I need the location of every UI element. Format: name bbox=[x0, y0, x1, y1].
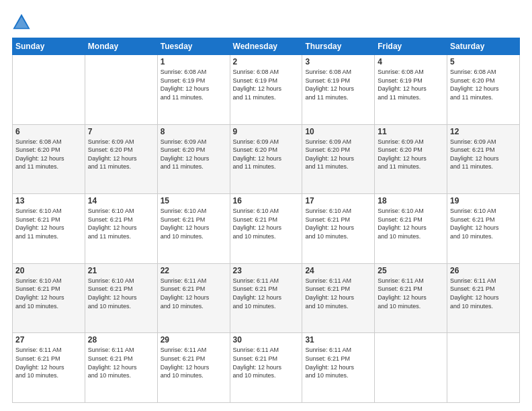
calendar-cell: 19Sunrise: 6:10 AM Sunset: 6:21 PM Dayli… bbox=[447, 194, 520, 264]
calendar-cell: 13Sunrise: 6:10 AM Sunset: 6:21 PM Dayli… bbox=[13, 194, 85, 264]
day-number: 16 bbox=[233, 196, 300, 205]
calendar-cell: 27Sunrise: 6:11 AM Sunset: 6:21 PM Dayli… bbox=[13, 333, 85, 403]
day-number: 14 bbox=[88, 196, 154, 205]
calendar-cell: 12Sunrise: 6:09 AM Sunset: 6:21 PM Dayli… bbox=[447, 124, 520, 194]
day-number: 24 bbox=[305, 266, 371, 275]
calendar-cell: 20Sunrise: 6:10 AM Sunset: 6:21 PM Dayli… bbox=[13, 263, 85, 333]
calendar-cell bbox=[85, 55, 157, 125]
weekday-header-friday: Friday bbox=[375, 38, 447, 55]
day-info: Sunrise: 6:09 AM Sunset: 6:20 PM Dayligh… bbox=[305, 138, 371, 171]
calendar-cell: 26Sunrise: 6:11 AM Sunset: 6:21 PM Dayli… bbox=[447, 263, 520, 333]
day-number: 11 bbox=[378, 127, 444, 136]
calendar-cell bbox=[447, 333, 520, 403]
day-info: Sunrise: 6:11 AM Sunset: 6:21 PM Dayligh… bbox=[305, 346, 371, 379]
calendar-cell: 7Sunrise: 6:09 AM Sunset: 6:20 PM Daylig… bbox=[85, 124, 157, 194]
day-number: 27 bbox=[15, 335, 82, 345]
weekday-header-saturday: Saturday bbox=[447, 38, 520, 55]
weekday-header-sunday: Sunday bbox=[13, 38, 85, 55]
calendar-cell: 2Sunrise: 6:08 AM Sunset: 6:19 PM Daylig… bbox=[230, 55, 302, 125]
weekday-header-row: SundayMondayTuesdayWednesdayThursdayFrid… bbox=[13, 38, 520, 55]
day-info: Sunrise: 6:11 AM Sunset: 6:21 PM Dayligh… bbox=[450, 277, 517, 310]
calendar-cell: 21Sunrise: 6:10 AM Sunset: 6:21 PM Dayli… bbox=[85, 263, 157, 333]
header bbox=[12, 12, 520, 31]
day-info: Sunrise: 6:10 AM Sunset: 6:21 PM Dayligh… bbox=[161, 207, 227, 240]
day-info: Sunrise: 6:08 AM Sunset: 6:19 PM Dayligh… bbox=[305, 68, 371, 101]
day-info: Sunrise: 6:10 AM Sunset: 6:21 PM Dayligh… bbox=[305, 207, 371, 240]
day-info: Sunrise: 6:08 AM Sunset: 6:19 PM Dayligh… bbox=[233, 68, 300, 101]
day-number: 25 bbox=[378, 266, 444, 275]
weekday-header-wednesday: Wednesday bbox=[230, 38, 302, 55]
day-info: Sunrise: 6:09 AM Sunset: 6:20 PM Dayligh… bbox=[161, 138, 227, 171]
calendar-cell: 23Sunrise: 6:11 AM Sunset: 6:21 PM Dayli… bbox=[230, 263, 302, 333]
calendar-cell: 22Sunrise: 6:11 AM Sunset: 6:21 PM Dayli… bbox=[157, 263, 230, 333]
day-info: Sunrise: 6:10 AM Sunset: 6:21 PM Dayligh… bbox=[15, 207, 82, 240]
day-number: 31 bbox=[305, 335, 371, 345]
day-info: Sunrise: 6:09 AM Sunset: 6:20 PM Dayligh… bbox=[88, 138, 154, 171]
day-number: 15 bbox=[161, 196, 227, 205]
calendar-cell: 14Sunrise: 6:10 AM Sunset: 6:21 PM Dayli… bbox=[85, 194, 157, 264]
weekday-header-tuesday: Tuesday bbox=[157, 38, 230, 55]
logo bbox=[12, 12, 34, 31]
calendar-cell bbox=[375, 333, 447, 403]
calendar-cell: 24Sunrise: 6:11 AM Sunset: 6:21 PM Dayli… bbox=[302, 263, 375, 333]
calendar-cell: 30Sunrise: 6:11 AM Sunset: 6:21 PM Dayli… bbox=[230, 333, 302, 403]
day-number: 2 bbox=[233, 57, 300, 66]
day-number: 8 bbox=[161, 127, 227, 136]
calendar-cell: 28Sunrise: 6:11 AM Sunset: 6:21 PM Dayli… bbox=[85, 333, 157, 403]
day-number: 22 bbox=[161, 266, 227, 275]
calendar-week-2: 6Sunrise: 6:08 AM Sunset: 6:20 PM Daylig… bbox=[13, 124, 520, 194]
day-number: 17 bbox=[305, 196, 371, 205]
day-number: 7 bbox=[88, 127, 154, 136]
day-number: 23 bbox=[233, 266, 300, 275]
calendar-week-1: 1Sunrise: 6:08 AM Sunset: 6:19 PM Daylig… bbox=[13, 55, 520, 125]
day-info: Sunrise: 6:11 AM Sunset: 6:21 PM Dayligh… bbox=[233, 346, 300, 379]
calendar-cell: 11Sunrise: 6:09 AM Sunset: 6:20 PM Dayli… bbox=[375, 124, 447, 194]
day-info: Sunrise: 6:11 AM Sunset: 6:21 PM Dayligh… bbox=[305, 277, 371, 310]
calendar-cell: 1Sunrise: 6:08 AM Sunset: 6:19 PM Daylig… bbox=[157, 55, 230, 125]
weekday-header-monday: Monday bbox=[85, 38, 157, 55]
day-info: Sunrise: 6:11 AM Sunset: 6:21 PM Dayligh… bbox=[161, 277, 227, 310]
calendar-cell: 3Sunrise: 6:08 AM Sunset: 6:19 PM Daylig… bbox=[302, 55, 375, 125]
day-info: Sunrise: 6:11 AM Sunset: 6:21 PM Dayligh… bbox=[233, 277, 300, 310]
day-info: Sunrise: 6:09 AM Sunset: 6:20 PM Dayligh… bbox=[233, 138, 300, 171]
calendar-cell: 17Sunrise: 6:10 AM Sunset: 6:21 PM Dayli… bbox=[302, 194, 375, 264]
day-number: 19 bbox=[450, 196, 517, 205]
calendar-cell: 8Sunrise: 6:09 AM Sunset: 6:20 PM Daylig… bbox=[157, 124, 230, 194]
calendar-week-4: 20Sunrise: 6:10 AM Sunset: 6:21 PM Dayli… bbox=[13, 263, 520, 333]
day-number: 9 bbox=[233, 127, 300, 136]
day-info: Sunrise: 6:10 AM Sunset: 6:21 PM Dayligh… bbox=[450, 207, 517, 240]
calendar-cell: 4Sunrise: 6:08 AM Sunset: 6:19 PM Daylig… bbox=[375, 55, 447, 125]
calendar-cell: 16Sunrise: 6:10 AM Sunset: 6:21 PM Dayli… bbox=[230, 194, 302, 264]
calendar-cell: 18Sunrise: 6:10 AM Sunset: 6:21 PM Dayli… bbox=[375, 194, 447, 264]
day-info: Sunrise: 6:10 AM Sunset: 6:21 PM Dayligh… bbox=[88, 207, 154, 240]
calendar-table: SundayMondayTuesdayWednesdayThursdayFrid… bbox=[12, 38, 520, 403]
calendar-cell: 25Sunrise: 6:11 AM Sunset: 6:21 PM Dayli… bbox=[375, 263, 447, 333]
calendar-cell: 5Sunrise: 6:08 AM Sunset: 6:20 PM Daylig… bbox=[447, 55, 520, 125]
day-info: Sunrise: 6:09 AM Sunset: 6:20 PM Dayligh… bbox=[378, 138, 444, 171]
day-info: Sunrise: 6:10 AM Sunset: 6:21 PM Dayligh… bbox=[233, 207, 300, 240]
day-number: 28 bbox=[88, 335, 154, 345]
calendar-cell: 9Sunrise: 6:09 AM Sunset: 6:20 PM Daylig… bbox=[230, 124, 302, 194]
day-number: 1 bbox=[161, 57, 227, 66]
day-number: 4 bbox=[378, 57, 444, 66]
day-info: Sunrise: 6:10 AM Sunset: 6:21 PM Dayligh… bbox=[378, 207, 444, 240]
calendar-cell bbox=[13, 55, 85, 125]
day-number: 12 bbox=[450, 127, 517, 136]
day-number: 3 bbox=[305, 57, 371, 66]
day-info: Sunrise: 6:10 AM Sunset: 6:21 PM Dayligh… bbox=[88, 277, 154, 310]
day-number: 18 bbox=[378, 196, 444, 205]
calendar-week-3: 13Sunrise: 6:10 AM Sunset: 6:21 PM Dayli… bbox=[13, 194, 520, 264]
day-number: 29 bbox=[161, 335, 227, 345]
day-number: 26 bbox=[450, 266, 517, 275]
day-number: 13 bbox=[15, 196, 82, 205]
calendar-cell: 15Sunrise: 6:10 AM Sunset: 6:21 PM Dayli… bbox=[157, 194, 230, 264]
day-number: 6 bbox=[15, 127, 82, 136]
day-info: Sunrise: 6:08 AM Sunset: 6:20 PM Dayligh… bbox=[450, 68, 517, 101]
day-info: Sunrise: 6:08 AM Sunset: 6:19 PM Dayligh… bbox=[161, 68, 227, 101]
day-number: 20 bbox=[15, 266, 82, 275]
day-info: Sunrise: 6:11 AM Sunset: 6:21 PM Dayligh… bbox=[15, 346, 82, 379]
calendar-week-5: 27Sunrise: 6:11 AM Sunset: 6:21 PM Dayli… bbox=[13, 333, 520, 403]
day-info: Sunrise: 6:10 AM Sunset: 6:21 PM Dayligh… bbox=[15, 277, 82, 310]
logo-icon bbox=[12, 12, 31, 31]
calendar-cell: 10Sunrise: 6:09 AM Sunset: 6:20 PM Dayli… bbox=[302, 124, 375, 194]
